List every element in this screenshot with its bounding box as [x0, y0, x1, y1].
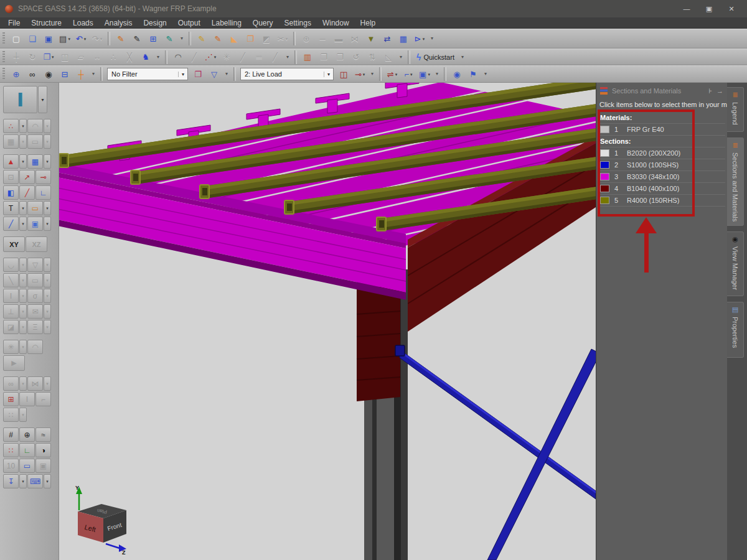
- loadcase-info-button[interactable]: ◫: [336, 67, 352, 82]
- menu-item[interactable]: Output: [172, 19, 206, 27]
- model-viewport[interactable]: Plan Left Front Y Z: [59, 83, 596, 560]
- tab-view-manager[interactable]: ◉ View Manager: [727, 231, 744, 296]
- dropdown-arrow-icon[interactable]: ▾: [68, 37, 70, 41]
- member-load-button[interactable]: ⇌ ▾: [384, 67, 400, 82]
- dropdown-arrow-icon[interactable]: ▾: [44, 217, 51, 231]
- new-file-button[interactable]: ▢: [8, 31, 24, 46]
- paste-button[interactable]: ❐: [316, 50, 332, 65]
- dropdown-arrow-icon[interactable]: ▾: [19, 119, 27, 133]
- overflow-button[interactable]: ▾: [428, 31, 436, 46]
- menu-item[interactable]: Window: [317, 19, 355, 27]
- delete-x-button[interactable]: ╳: [121, 50, 138, 65]
- select-region-button[interactable]: ▣: [27, 217, 43, 231]
- menu-item[interactable]: Design: [138, 19, 172, 27]
- chevron-down-icon[interactable]: ▾: [324, 72, 333, 77]
- dropdown-arrow-icon[interactable]: ▾: [363, 72, 365, 77]
- snap-grid-button[interactable]: ▦: [27, 154, 43, 169]
- connect-members-button[interactable]: ─: [314, 31, 331, 46]
- mirror-button[interactable]: ◫: [57, 50, 73, 65]
- dropdown-arrow-icon[interactable]: ▾: [84, 37, 87, 41]
- tab-properties[interactable]: ▤ Properties: [727, 302, 744, 358]
- menu-item[interactable]: Query: [247, 19, 279, 27]
- erase-button[interactable]: ◩: [258, 31, 275, 46]
- collapse-arrow-icon[interactable]: →: [716, 87, 723, 95]
- reroute-button[interactable]: ⇅: [364, 50, 380, 65]
- dropdown-arrow-icon[interactable]: ▾: [38, 86, 47, 113]
- contour-button[interactable]: ◪: [3, 320, 19, 334]
- chevron-down-icon[interactable]: ▾: [178, 72, 187, 77]
- menu-item[interactable]: Structure: [26, 19, 67, 27]
- overflow-button[interactable]: ▾: [89, 67, 98, 82]
- menu-item[interactable]: Loads: [67, 19, 99, 27]
- snapshot-camera-button[interactable]: ◉: [40, 67, 57, 82]
- export-truck-button[interactable]: ⊳ ▾: [411, 31, 428, 46]
- title-bar[interactable]: SPACE GASS 14.25 (3658) (64-bit) - Wagne…: [0, 0, 747, 17]
- line-tool-button[interactable]: ╱: [235, 50, 251, 65]
- find-binoculars-button[interactable]: ∞: [24, 67, 40, 82]
- dropdown-arrow-icon[interactable]: ▾: [44, 320, 51, 334]
- envelope-button[interactable]: ✉: [27, 304, 43, 319]
- undo-button[interactable]: ↶ ▾: [73, 31, 89, 46]
- keyboard-entry-button[interactable]: ⌨: [27, 474, 43, 488]
- menu-item[interactable]: Analysis: [99, 19, 138, 27]
- dropdown-arrow-icon[interactable]: ▾: [423, 37, 425, 41]
- dropdown-arrow-icon[interactable]: ▾: [19, 304, 27, 319]
- stress-diagram-button[interactable]: Ⅰ: [3, 289, 19, 303]
- dropdown-arrow-icon[interactable]: ▾: [44, 134, 51, 149]
- combination-cases-button[interactable]: ⊸ ▾: [352, 67, 368, 82]
- text-height-button[interactable]: I: [19, 392, 35, 406]
- dropdown-arrow-icon[interactable]: ▾: [44, 474, 51, 488]
- tab-sections-and-materials[interactable]: ≣ Sections and Materials: [727, 138, 744, 226]
- parallel-button[interactable]: ═: [251, 50, 267, 65]
- flip-button[interactable]: ◺: [380, 50, 397, 65]
- dropdown-arrow-icon[interactable]: ▾: [19, 154, 27, 169]
- overflow-button[interactable]: ▾: [368, 67, 377, 82]
- member-draw-button[interactable]: ╱: [19, 185, 35, 200]
- print-button[interactable]: ▤ ▾: [57, 31, 73, 46]
- straight-member-button[interactable]: ╱: [186, 50, 202, 65]
- tab-legend[interactable]: ≣ Legend: [727, 87, 744, 132]
- measure-ruler-button[interactable]: ⊟: [57, 67, 73, 82]
- loadcase-dropdown[interactable]: 2: Live Load ▾: [240, 68, 334, 80]
- pin-icon[interactable]: ⊦: [708, 87, 712, 95]
- offset-line-button[interactable]: ╱: [267, 50, 283, 65]
- dropdown-arrow-icon[interactable]: ▾: [19, 376, 27, 391]
- filter-dropdown[interactable]: No Filter ▾: [107, 68, 188, 80]
- lock-nodes-button[interactable]: ⊡: [3, 170, 19, 184]
- overflow-button[interactable]: ▾: [154, 50, 162, 65]
- transparency-button[interactable]: ▣: [35, 459, 51, 473]
- grid-display-button[interactable]: #: [3, 427, 19, 442]
- node-tool-button[interactable]: ∴: [3, 119, 19, 133]
- release-button[interactable]: ⋈: [27, 376, 43, 391]
- link-button[interactable]: ∞: [3, 376, 19, 391]
- quick-input-wand-button[interactable]: ✎: [113, 31, 129, 46]
- navigation-cube[interactable]: Plan Left Front Y Z: [75, 485, 126, 556]
- node-flag-button[interactable]: ⚑: [465, 67, 481, 82]
- dropdown-arrow-icon[interactable]: ▾: [52, 55, 54, 59]
- overflow-button[interactable]: ▾: [283, 50, 292, 65]
- span-button[interactable]: ◠: [27, 340, 43, 354]
- dimension-10-button[interactable]: 10: [3, 459, 19, 473]
- section-wizard-button[interactable]: ▥: [299, 50, 316, 65]
- dropdown-arrow-icon[interactable]: ▾: [19, 134, 27, 149]
- overflow-button[interactable]: ▾: [397, 50, 405, 65]
- filter-funnel-button[interactable]: ▽: [206, 67, 222, 82]
- insert-node-button[interactable]: ⊕: [298, 31, 314, 46]
- play-animation-button[interactable]: ▶: [3, 355, 25, 371]
- subdivide-button[interactable]: ∴: [105, 50, 121, 65]
- dropdown-arrow-icon[interactable]: ▾: [19, 273, 27, 287]
- axial-diagram-button[interactable]: ╲: [3, 273, 19, 287]
- dropdown-arrow-icon[interactable]: ▾: [428, 72, 430, 77]
- node-pairs-button[interactable]: ∷: [3, 408, 19, 422]
- dropdown-arrow-icon[interactable]: ▾: [19, 289, 27, 303]
- sigma-diagram-button[interactable]: σ: [27, 289, 43, 303]
- draw-member-pencil-button[interactable]: ✎: [210, 31, 226, 46]
- deflection-diagram-button[interactable]: ▭: [27, 273, 43, 287]
- renumber-brush-button[interactable]: ✎: [161, 31, 177, 46]
- support-tool-button[interactable]: ▲: [3, 154, 19, 169]
- paste-special-button[interactable]: ❐: [332, 50, 348, 65]
- intersect-button[interactable]: ⋈: [347, 31, 363, 46]
- dropdown-arrow-icon[interactable]: ▾: [286, 37, 288, 41]
- arc-member-button[interactable]: ◠: [170, 50, 186, 65]
- scale-ruler-button[interactable]: ▭: [19, 459, 35, 473]
